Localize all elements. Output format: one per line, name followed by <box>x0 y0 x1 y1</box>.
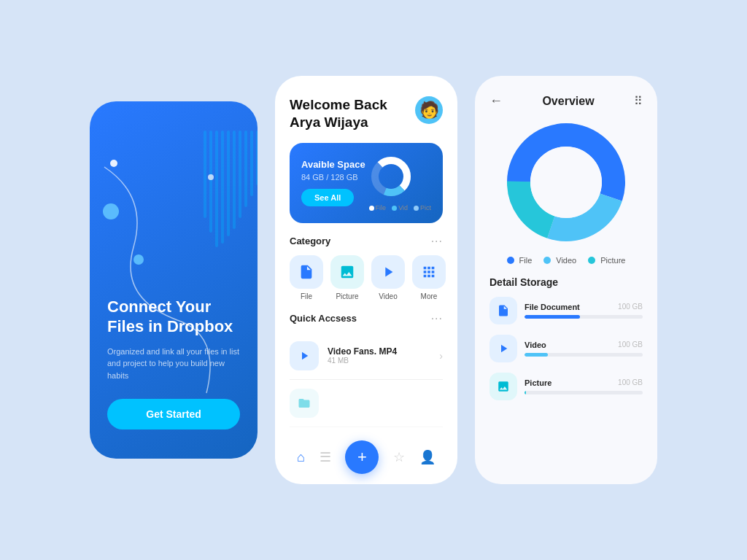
file-icon <box>298 264 314 280</box>
svg-point-7 <box>530 147 602 218</box>
stripe <box>215 131 218 247</box>
category-title: Category <box>290 236 330 246</box>
screen-overview: ← Overview ⠿ File <box>475 76 657 484</box>
legend-video-dot <box>543 257 551 264</box>
quick-item-partial[interactable] <box>290 380 443 427</box>
stripe <box>221 131 224 244</box>
nav-home-icon[interactable]: ⌂ <box>297 450 305 465</box>
fab-add-button[interactable]: + <box>345 440 379 474</box>
quick-access-menu[interactable]: ··· <box>431 312 443 325</box>
file-doc-icon <box>497 304 510 317</box>
storage-legend: File Vid Pict <box>369 204 431 211</box>
detail-video-info: Video 100 GB <box>525 341 643 357</box>
quick-access-header: Quick Accsess ··· <box>290 312 443 325</box>
see-all-button[interactable]: See All <box>301 189 354 206</box>
detail-video-bar <box>525 353 643 357</box>
detail-picture-name: Picture 100 GB <box>525 378 643 387</box>
detail-file-item: File Document 100 GB <box>489 297 643 324</box>
detail-picture-bar <box>525 391 643 394</box>
overview-header: ← Overview ⠿ <box>489 93 643 109</box>
donut-chart-large <box>504 120 628 244</box>
detail-video-item: Video 100 GB <box>489 335 643 362</box>
stripe <box>250 131 253 196</box>
cat-video-label: Video <box>379 292 397 300</box>
legend-video-item: Video <box>543 256 576 265</box>
quick-access-title: Quick Accsess <box>290 313 357 324</box>
category-header: Category ··· <box>290 235 443 248</box>
overview-title: Overview <box>542 95 594 108</box>
video-icon <box>380 264 396 280</box>
nav-star-icon[interactable]: ☆ <box>393 449 405 465</box>
donut-chart-small <box>369 155 413 198</box>
legend-video: Vid <box>392 204 408 211</box>
detail-storage-title: Detail Storage <box>489 276 643 288</box>
quick-item-size: 41 MB <box>328 357 397 365</box>
screen-onboarding: Connect Your Files in Dropbox Organized … <box>90 101 258 459</box>
dot-decoration <box>133 254 144 265</box>
screen-home: Welcome Back Arya Wijaya 🧑 Avaible Space… <box>275 76 457 484</box>
legend-file-item: File <box>507 256 533 265</box>
stripe-group <box>204 131 258 247</box>
detail-video-fill <box>525 353 548 357</box>
category-row: File Picture Video More <box>290 255 443 300</box>
stripe <box>239 131 241 218</box>
nav-files-icon[interactable]: ☰ <box>320 449 331 465</box>
category-picture[interactable]: Picture <box>330 255 364 300</box>
storage-donut: File Vid Pict <box>369 155 431 211</box>
image-icon <box>497 380 510 393</box>
legend-file-dot <box>507 257 514 264</box>
play-icon <box>298 349 311 362</box>
legend-picture-dot <box>588 257 595 264</box>
more-grid-icon <box>421 264 437 280</box>
storage-info: Avaible Space 84 GB / 128 GB See All <box>301 159 369 206</box>
greeting-block: Welcome Back Arya Wijaya <box>290 96 387 131</box>
legend-video-label: Video <box>556 256 576 265</box>
detail-picture-item: Picture 100 GB <box>489 373 643 400</box>
onboarding-title: Connect Your Files in Dropbox <box>107 297 240 337</box>
cat-file-label: File <box>301 292 312 300</box>
folder-icon <box>298 397 311 410</box>
overview-menu-icon[interactable]: ⠿ <box>634 94 643 108</box>
quick-item-video[interactable]: Video Fans. MP4 41 MB › <box>290 332 443 380</box>
screens-container: Connect Your Files in Dropbox Organized … <box>68 47 679 513</box>
home-header: Welcome Back Arya Wijaya 🧑 <box>290 96 443 131</box>
detail-picture-icon <box>489 373 517 400</box>
quick-partial-icon <box>290 389 319 418</box>
category-more[interactable]: More <box>412 255 446 300</box>
onboarding-content: Connect Your Files in Dropbox Organized … <box>107 297 240 430</box>
storage-amount: 84 GB / 128 GB <box>301 173 369 182</box>
stripe <box>244 131 247 207</box>
category-file[interactable]: File <box>290 255 323 300</box>
greeting-text: Welcome Back Arya Wijaya <box>290 96 387 131</box>
quick-item-name: Video Fans. MP4 <box>328 346 397 357</box>
back-button[interactable]: ← <box>489 93 503 109</box>
detail-file-info: File Document 100 GB <box>525 303 643 319</box>
donut-legend: File Video Picture <box>489 256 643 265</box>
detail-video-name: Video 100 GB <box>525 341 643 349</box>
stripe <box>256 131 258 185</box>
video-icon-box <box>371 255 405 289</box>
legend-picture: Pict <box>414 204 431 211</box>
detail-file-icon <box>489 297 517 324</box>
detail-video-total: 100 GB <box>618 341 643 349</box>
picture-icon-box <box>330 255 364 289</box>
avatar: 🧑 <box>415 96 443 124</box>
legend-file-label: File <box>519 256 533 265</box>
quick-video-icon <box>290 341 319 370</box>
detail-file-fill <box>525 315 580 319</box>
dot-decoration <box>103 203 119 219</box>
detail-picture-info: Picture 100 GB <box>525 378 643 394</box>
cat-more-label: More <box>421 292 438 300</box>
detail-file-total: 100 GB <box>618 303 643 311</box>
stripe <box>233 131 236 229</box>
get-started-button[interactable]: Get Started <box>107 399 240 429</box>
detail-picture-total: 100 GB <box>618 378 643 387</box>
storage-label: Avaible Space <box>301 159 369 170</box>
file-icon-box <box>290 255 323 289</box>
category-menu[interactable]: ··· <box>431 235 443 248</box>
detail-video-icon <box>489 335 517 362</box>
nav-profile-icon[interactable]: 👤 <box>419 449 436 465</box>
bottom-nav: ⌂ ☰ + ☆ 👤 <box>290 433 443 484</box>
category-video[interactable]: Video <box>371 255 405 300</box>
detail-file-name: File Document 100 GB <box>525 303 643 311</box>
